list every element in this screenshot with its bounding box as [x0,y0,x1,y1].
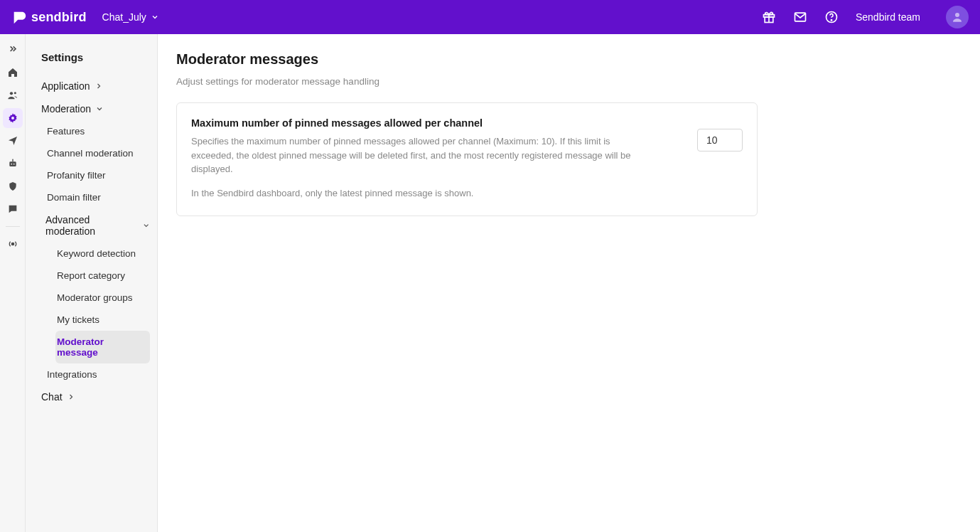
sidebar-group-moderation[interactable]: Moderation [41,97,150,120]
sidebar-group-label: Application [41,80,90,92]
svg-point-15 [11,243,14,245]
brand-text: sendbird [31,10,87,25]
rail-settings-icon[interactable] [3,108,23,128]
sidebar-advanced-list: Keyword detection Report category Modera… [45,243,150,363]
sidebar-group-chat[interactable]: Chat [41,385,150,408]
user-icon [951,11,964,23]
app-switcher[interactable]: Chat_July [102,11,159,23]
svg-point-11 [11,164,12,165]
avatar[interactable] [946,6,969,28]
sidebar-item-advanced-moderation[interactable]: Advanced moderation [45,208,150,243]
mail-icon[interactable] [793,10,807,24]
rail-separator [6,226,20,227]
help-icon[interactable] [824,10,839,24]
chevron-down-icon [95,105,104,113]
sendbird-logo-icon [11,9,27,25]
page-subtitle: Adjust settings for moderator message ha… [176,76,962,87]
header-actions: Sendbird team [762,6,969,28]
svg-point-12 [13,164,14,165]
svg-point-6 [955,13,959,17]
sidebar-item-features[interactable]: Features [45,120,150,142]
sidebar-item-profanity-filter[interactable]: Profanity filter [45,164,150,186]
svg-point-8 [14,92,16,94]
pinned-messages-card: Maximum number of pinned messages allowe… [176,102,758,216]
chevron-down-icon [151,13,159,21]
sidebar-group-label: Moderation [41,103,91,115]
app-header: sendbird Chat_July Sendbird team [0,0,980,34]
sidebar-item-label: Advanced moderation [45,214,138,237]
svg-point-5 [831,20,831,21]
sidebar-item-report-category[interactable]: Report category [55,265,150,287]
rail-shield-icon[interactable] [3,176,23,196]
app-name-label: Chat_July [102,11,146,23]
sidebar-title: Settings [41,51,150,63]
sidebar-item-domain-filter[interactable]: Domain filter [45,186,150,208]
nav-rail [0,34,26,532]
svg-rect-10 [9,161,16,166]
rail-expand-icon[interactable] [3,40,23,60]
sidebar-item-keyword-detection[interactable]: Keyword detection [55,243,150,265]
rail-chat-icon[interactable] [3,199,23,219]
brand[interactable]: sendbird [11,9,87,25]
chevron-down-icon [142,221,150,230]
svg-point-9 [11,117,14,119]
svg-point-7 [9,92,12,95]
page-title: Moderator messages [176,51,962,68]
main-content: Moderator messages Adjust settings for m… [158,34,980,532]
sidebar-item-integrations[interactable]: Integrations [45,363,150,385]
sidebar-moderation-list: Features Channel moderation Profanity fi… [41,120,150,385]
rail-broadcast-icon[interactable] [3,234,23,254]
sidebar-item-channel-moderation[interactable]: Channel moderation [45,142,150,164]
sidebar-group-application[interactable]: Application [41,75,150,97]
sidebar-item-moderator-message[interactable]: Moderator message [55,331,150,363]
card-note: In the Sendbird dashboard, only the late… [191,186,655,201]
chevron-right-icon [67,393,75,401]
sidebar-item-moderator-groups[interactable]: Moderator groups [55,287,150,309]
chevron-right-icon [95,82,103,90]
rail-users-icon[interactable] [3,85,23,105]
settings-sidebar: Settings Application Moderation Features… [26,34,158,532]
rail-send-icon[interactable] [3,131,23,151]
rail-bot-icon[interactable] [3,154,23,174]
svg-point-14 [12,159,14,161]
card-description: Specifies the maximum number of pinned m… [191,134,655,176]
team-label: Sendbird team [856,11,920,23]
sidebar-item-my-tickets[interactable]: My tickets [55,309,150,331]
sidebar-group-label: Chat [41,391,63,403]
rail-home-icon[interactable] [3,63,23,83]
card-title: Maximum number of pinned messages allowe… [191,117,655,129]
pinned-max-input[interactable] [697,129,743,151]
gift-icon[interactable] [762,10,776,24]
